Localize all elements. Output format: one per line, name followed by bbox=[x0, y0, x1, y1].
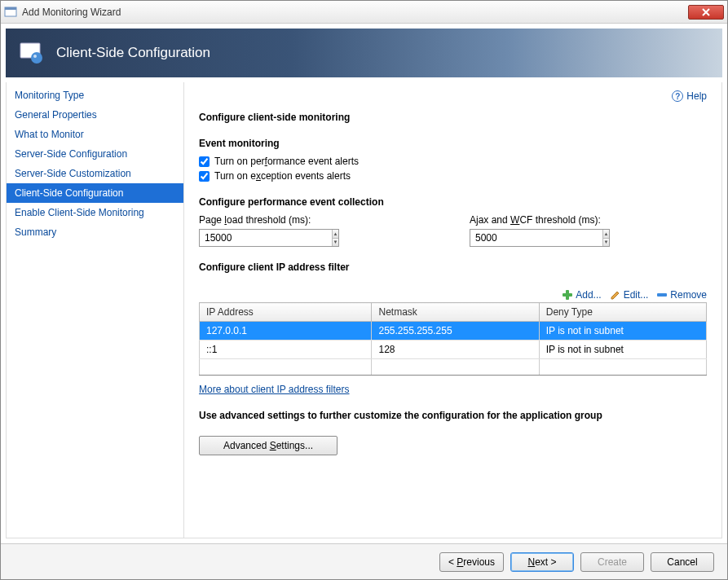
next-button[interactable]: Next > bbox=[510, 552, 574, 572]
table-filler-row bbox=[200, 359, 707, 376]
ip-filter-toolbar: Add... Edit... Remove bbox=[199, 289, 707, 301]
help-icon: ? bbox=[672, 90, 683, 102]
content-panel: ? Help Configure client-side monitoring … bbox=[184, 82, 721, 538]
cell-netmask: 128 bbox=[372, 341, 539, 359]
svg-point-3 bbox=[31, 52, 42, 64]
advanced-settings-button[interactable]: Advanced Settings... bbox=[199, 436, 338, 455]
table-row[interactable]: 127.0.0.1 255.255.255.255 IP is not in s… bbox=[200, 322, 707, 341]
col-ip[interactable]: IP Address bbox=[200, 303, 372, 322]
svg-rect-1 bbox=[5, 7, 16, 10]
add-button[interactable]: Add... bbox=[562, 289, 601, 301]
create-button: Create bbox=[580, 552, 644, 572]
sidebar-item-what-to-monitor[interactable]: What to Monitor bbox=[7, 125, 183, 144]
col-netmask[interactable]: Netmask bbox=[372, 303, 539, 322]
sidebar: Monitoring Type General Properties What … bbox=[7, 82, 184, 538]
sidebar-item-client-side-configuration[interactable]: Client-Side Configuration bbox=[7, 183, 183, 203]
wizard-window: Add Monitoring Wizard Client-Side Config… bbox=[0, 0, 728, 580]
event-monitoring-title: Event monitoring bbox=[199, 138, 707, 149]
page-load-col: Page load threshold (ms): ▲ ▼ bbox=[199, 214, 339, 247]
footer: < Previous Next > Create Cancel bbox=[1, 543, 727, 579]
svg-rect-6 bbox=[563, 293, 572, 297]
page-load-spin-buttons: ▲ ▼ bbox=[332, 230, 338, 246]
ajax-wcf-spinner: ▲ ▼ bbox=[470, 229, 610, 247]
ajax-wcf-input[interactable] bbox=[470, 230, 602, 246]
titlebar: Add Monitoring Wizard bbox=[1, 1, 727, 24]
sidebar-item-enable-client-side-monitoring[interactable]: Enable Client-Side Monitoring bbox=[7, 203, 183, 222]
edit-icon bbox=[610, 289, 621, 301]
page-load-spinner: ▲ ▼ bbox=[199, 229, 339, 247]
page-heading: Configure client-side monitoring bbox=[199, 112, 707, 123]
perf-collection-title: Configure performance event collection bbox=[199, 196, 707, 208]
more-about-filters-link[interactable]: More about client IP address filters bbox=[199, 384, 350, 395]
perf-alerts-label[interactable]: Turn on performance event alerts bbox=[214, 156, 359, 167]
ajax-wcf-spin-down[interactable]: ▼ bbox=[603, 239, 609, 247]
ajax-wcf-spin-buttons: ▲ ▼ bbox=[602, 230, 609, 246]
sidebar-item-server-side-configuration[interactable]: Server-Side Configuration bbox=[7, 144, 183, 164]
ip-filter-table: IP Address Netmask Deny Type 127.0.0.1 2… bbox=[199, 302, 707, 376]
body-area: Monitoring Type General Properties What … bbox=[6, 82, 722, 538]
exc-alerts-label[interactable]: Turn on exception events alerts bbox=[214, 170, 351, 182]
sidebar-item-server-side-customization[interactable]: Server-Side Customization bbox=[7, 164, 183, 183]
banner-icon bbox=[19, 40, 45, 66]
banner: Client-Side Configuration bbox=[6, 29, 722, 77]
cell-deny: IP is not in subnet bbox=[539, 341, 706, 359]
remove-icon bbox=[656, 289, 668, 301]
page-load-input[interactable] bbox=[200, 230, 332, 246]
previous-button[interactable]: < Previous bbox=[439, 552, 504, 572]
help-link[interactable]: ? Help bbox=[672, 90, 707, 102]
page-load-spin-up[interactable]: ▲ bbox=[333, 230, 338, 239]
threshold-row: Page load threshold (ms): ▲ ▼ Ajax and W… bbox=[199, 214, 707, 247]
edit-button[interactable]: Edit... bbox=[610, 289, 649, 301]
cell-deny: IP is not in subnet bbox=[539, 322, 706, 341]
cancel-button[interactable]: Cancel bbox=[651, 552, 714, 572]
perf-alerts-row: Turn on performance event alerts bbox=[199, 156, 707, 167]
window-title: Add Monitoring Wizard bbox=[22, 7, 688, 18]
ip-filter-title: Configure client IP address filter bbox=[199, 261, 707, 273]
perf-alerts-checkbox[interactable] bbox=[199, 156, 210, 167]
remove-button[interactable]: Remove bbox=[656, 289, 707, 301]
cell-ip: 127.0.0.1 bbox=[200, 322, 372, 341]
cell-ip: ::1 bbox=[200, 341, 372, 359]
add-label: Add... bbox=[576, 289, 601, 301]
table-row[interactable]: ::1 128 IP is not in subnet bbox=[200, 341, 707, 359]
edit-label: Edit... bbox=[624, 289, 649, 301]
page-load-spin-down[interactable]: ▼ bbox=[333, 239, 338, 247]
ajax-wcf-col: Ajax and WCF threshold (ms): ▲ ▼ bbox=[470, 214, 610, 247]
svg-point-4 bbox=[33, 55, 37, 58]
add-icon bbox=[562, 289, 573, 301]
banner-title: Client-Side Configuration bbox=[56, 45, 210, 61]
ajax-wcf-spin-up[interactable]: ▲ bbox=[603, 230, 609, 239]
help-label: Help bbox=[686, 90, 707, 102]
svg-rect-7 bbox=[657, 293, 667, 297]
sidebar-item-summary[interactable]: Summary bbox=[7, 222, 183, 242]
page-load-label: Page load threshold (ms): bbox=[199, 214, 339, 226]
advanced-title: Use advanced settings to further customi… bbox=[199, 410, 707, 421]
remove-label: Remove bbox=[670, 289, 707, 301]
sidebar-item-monitoring-type[interactable]: Monitoring Type bbox=[7, 86, 183, 105]
close-icon bbox=[702, 8, 710, 16]
cell-netmask: 255.255.255.255 bbox=[372, 322, 539, 341]
app-icon bbox=[4, 6, 17, 19]
exc-alerts-checkbox[interactable] bbox=[199, 171, 210, 182]
exc-alerts-row: Turn on exception events alerts bbox=[199, 170, 707, 182]
close-button[interactable] bbox=[688, 5, 724, 20]
ajax-wcf-label: Ajax and WCF threshold (ms): bbox=[470, 214, 610, 226]
table-header-row: IP Address Netmask Deny Type bbox=[200, 303, 707, 322]
sidebar-item-general-properties[interactable]: General Properties bbox=[7, 105, 183, 125]
col-deny[interactable]: Deny Type bbox=[539, 303, 706, 322]
